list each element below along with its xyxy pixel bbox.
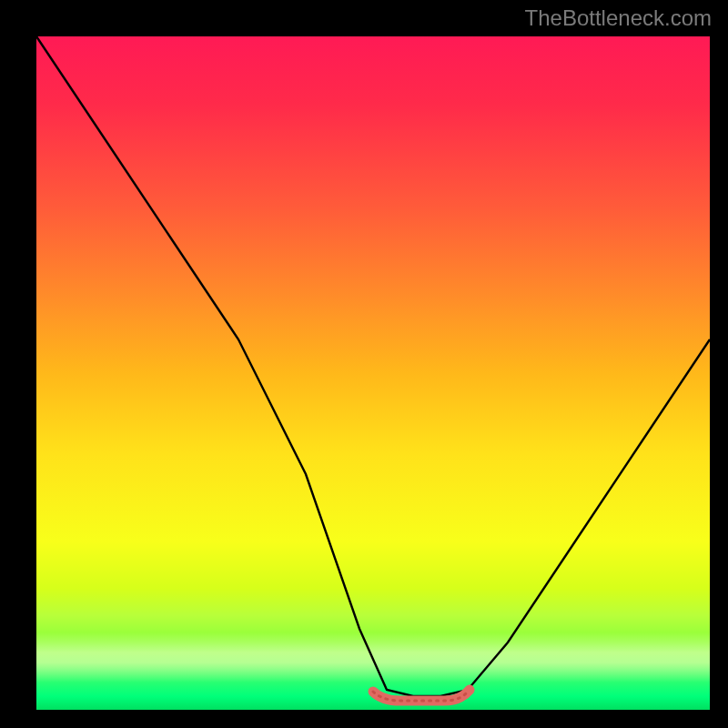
chart-frame: TheBottleneck.com: [0, 0, 728, 728]
curve-path: [36, 36, 710, 696]
watermark-text: TheBottleneck.com: [525, 5, 712, 31]
bottleneck-curve: [36, 36, 710, 710]
plot-area: [36, 36, 710, 710]
